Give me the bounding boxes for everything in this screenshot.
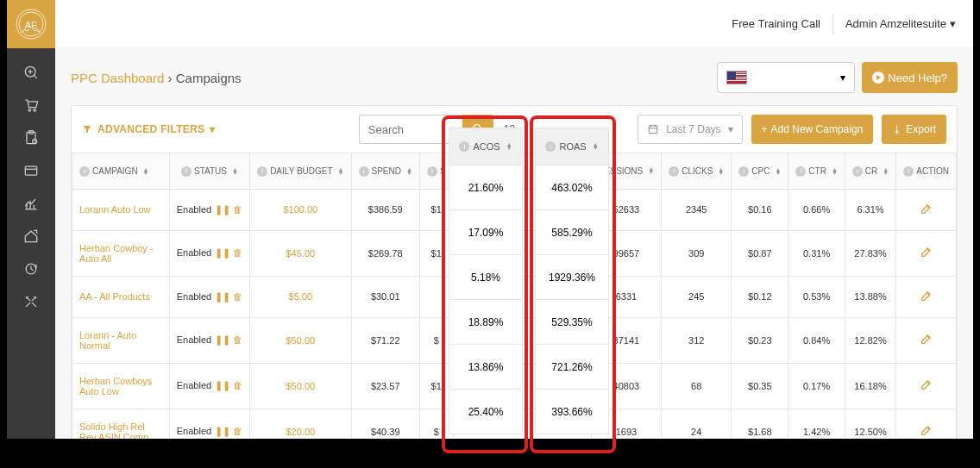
roas-column-header[interactable]: iROAS▲▼: [535, 128, 609, 165]
status-cell: Enabled❚❚🗑: [169, 276, 249, 317]
budget-cell[interactable]: $100.00: [250, 189, 351, 230]
trash-icon[interactable]: 🗑: [233, 247, 242, 259]
roas-cell: 1929.36%: [535, 255, 609, 300]
acos-cell: 18.89%: [449, 300, 523, 345]
edit-action[interactable]: [896, 409, 957, 439]
svg-point-6: [34, 109, 36, 111]
nav-home-icon[interactable]: [22, 228, 40, 245]
campaign-link[interactable]: Herban Cowboy - Auto All: [72, 230, 170, 276]
budget-cell[interactable]: $50.00: [250, 317, 351, 363]
status-cell: Enabled❚❚🗑: [169, 189, 249, 230]
nav-refresh-icon[interactable]: [22, 260, 40, 278]
chevron-down-icon: ▾: [840, 72, 845, 84]
chevron-down-icon: ▾: [210, 123, 215, 135]
topbar: Free Training Call Admin Amzelitesuite ▾: [55, 0, 973, 48]
nav-chart-icon[interactable]: [22, 195, 40, 212]
trash-icon[interactable]: 🗑: [233, 334, 242, 346]
pause-icon[interactable]: ❚❚: [215, 247, 230, 259]
acos-cell: 21.60%: [449, 165, 523, 210]
trash-icon[interactable]: 🗑: [233, 204, 242, 215]
user-menu[interactable]: Admin Amzelitesuite ▾: [845, 17, 956, 30]
flag-us-icon: [726, 71, 747, 84]
roas-cell: 463.02%: [535, 165, 609, 210]
trash-icon[interactable]: 🗑: [233, 380, 242, 391]
roas-cell: 393.66%: [535, 390, 609, 434]
pause-icon[interactable]: ❚❚: [215, 291, 230, 303]
pause-icon[interactable]: ❚❚: [215, 334, 230, 346]
need-help-button[interactable]: Need Help?: [862, 62, 958, 93]
edit-action[interactable]: [896, 189, 957, 230]
nav-target-icon[interactable]: [22, 64, 40, 81]
acos-cell: 5.18%: [449, 255, 523, 300]
campaign-link[interactable]: Lorann Auto Low: [72, 189, 170, 230]
nav-tools-icon[interactable]: [22, 293, 40, 310]
svg-rect-15: [650, 126, 657, 134]
svg-rect-10: [25, 166, 36, 175]
advanced-filters-toggle[interactable]: ADVANCED FILTERS ▾: [82, 123, 216, 135]
chevron-down-icon: ▾: [728, 123, 733, 135]
country-select[interactable]: ▾: [717, 62, 855, 93]
svg-line-4: [34, 75, 36, 78]
pause-icon[interactable]: ❚❚: [215, 204, 230, 215]
svg-point-9: [33, 140, 37, 144]
export-button[interactable]: ⭳Export: [882, 115, 946, 144]
edit-action[interactable]: [896, 363, 957, 409]
nav-clipboard-icon[interactable]: [22, 129, 40, 147]
edit-action[interactable]: [896, 317, 957, 363]
campaign-link[interactable]: Solido High Rel Rev ASIN Comp: [72, 409, 170, 439]
campaign-link[interactable]: Herban Cowboys Auto Low: [72, 363, 170, 409]
acos-cell: 13.86%: [449, 345, 523, 390]
download-icon: ⭳: [892, 123, 902, 135]
status-cell: Enabled❚❚🗑: [169, 363, 249, 409]
pause-icon[interactable]: ❚❚: [215, 380, 230, 391]
breadcrumb-root[interactable]: PPC Dashboard: [71, 71, 164, 85]
trash-icon[interactable]: 🗑: [233, 426, 242, 437]
edit-action[interactable]: [896, 230, 957, 276]
breadcrumb-current: Campaigns: [176, 71, 242, 85]
sidebar: AE: [7, 0, 55, 439]
play-icon: [872, 72, 884, 84]
status-cell: Enabled❚❚🗑: [169, 317, 249, 363]
status-cell: Enabled❚❚🗑: [169, 230, 249, 276]
add-campaign-button[interactable]: +Add New Campaign: [751, 115, 874, 144]
acos-cell: 25.40%: [449, 390, 523, 434]
status-cell: Enabled❚❚🗑: [169, 409, 249, 439]
roas-cell: 585.29%: [535, 210, 609, 255]
acos-column-header[interactable]: iACOS▲▼: [449, 128, 523, 165]
budget-cell[interactable]: $45.00: [250, 230, 351, 276]
breadcrumb: PPC Dashboard › Campaigns: [71, 71, 242, 85]
nav-window-icon[interactable]: [22, 162, 40, 179]
acos-cell: 17.09%: [449, 210, 523, 255]
nav-cart-icon[interactable]: [22, 97, 40, 114]
svg-point-5: [28, 109, 31, 111]
campaign-link[interactable]: Lorann - Auto Normal: [72, 317, 170, 363]
pause-icon[interactable]: ❚❚: [215, 426, 230, 437]
budget-cell[interactable]: $5.00: [250, 276, 351, 317]
svg-text:AE: AE: [25, 20, 38, 30]
search-input[interactable]: [359, 115, 462, 144]
chevron-down-icon: ▾: [950, 17, 956, 30]
edit-action[interactable]: [896, 276, 957, 317]
roas-cell: 721.26%: [535, 345, 609, 390]
budget-cell[interactable]: $20.00: [250, 409, 351, 439]
budget-cell[interactable]: $50.00: [250, 363, 351, 409]
training-link[interactable]: Free Training Call: [732, 17, 820, 30]
logo[interactable]: AE: [7, 0, 55, 48]
roas-cell: 529.35%: [535, 300, 609, 345]
trash-icon[interactable]: 🗑: [233, 291, 242, 303]
date-range-select[interactable]: Last 7 Days ▾: [638, 115, 742, 144]
campaign-link[interactable]: AA - All Products: [72, 276, 170, 317]
